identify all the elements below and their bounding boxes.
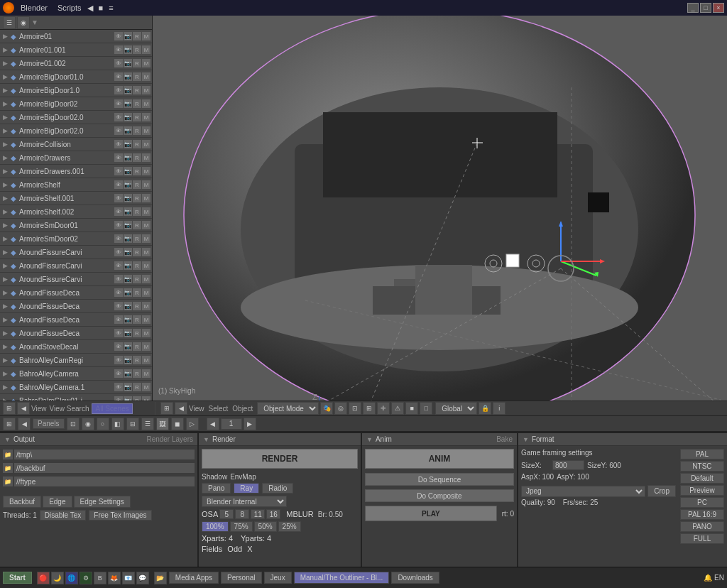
outliner-item[interactable]: ▶ ◆ BahroAlleyCamera.1 👁 📷 R M	[0, 381, 152, 394]
preview-btn[interactable]: Preview	[680, 485, 724, 496]
vp-icon3[interactable]: ⊡	[349, 402, 361, 415]
taskbar-icon5[interactable]: B	[94, 572, 106, 584]
mesh-icon[interactable]: M	[142, 45, 151, 54]
cam-icon[interactable]: 📷	[124, 356, 132, 364]
pano-btn[interactable]: Pano	[202, 483, 231, 494]
close-btn[interactable]: ×	[713, 3, 724, 13]
cam-icon[interactable]: 📷	[124, 207, 132, 216]
eye-icon[interactable]: 👁	[114, 45, 123, 54]
panels-icon6[interactable]: ☰	[141, 418, 154, 430]
cam-icon[interactable]: 📷	[124, 369, 132, 378]
mesh-icon[interactable]: M	[142, 99, 151, 108]
eye-icon[interactable]: 👁	[114, 356, 123, 364]
vp-lock-btn[interactable]: 🔒	[479, 402, 491, 415]
vp-warn-btn[interactable]: ⚠	[391, 402, 404, 415]
panels-anim-btn[interactable]: ▷	[186, 418, 199, 430]
cam-icon[interactable]: 📷	[124, 194, 132, 202]
panels-icon2[interactable]: ◉	[82, 418, 94, 430]
render-icon[interactable]: R	[133, 248, 141, 256]
mesh-icon[interactable]: M	[142, 261, 151, 270]
outliner-item[interactable]: ▶ ◆ ArmoireBigDoor01.0 👁 📷 R M	[0, 70, 152, 84]
mesh-icon[interactable]: M	[142, 113, 151, 121]
render-btn[interactable]: RENDER	[202, 449, 358, 469]
ntsc-btn[interactable]: NTSC	[680, 461, 724, 472]
outliner-item[interactable]: ▶ ◆ ArmoireDrawers 👁 📷 R M	[0, 151, 152, 165]
eye-icon[interactable]: 👁	[114, 113, 123, 121]
mesh-icon[interactable]: M	[142, 59, 151, 67]
vp-toggle-btn[interactable]: ◀	[175, 402, 187, 415]
sequence-btn[interactable]: Do Sequence	[365, 473, 514, 486]
outliner-item[interactable]: ▶ ◆ AroundStoveDecal 👁 📷 R M	[0, 340, 152, 354]
mesh-icon[interactable]: M	[142, 126, 151, 135]
eye-icon[interactable]: 👁	[114, 32, 123, 40]
pal-btn[interactable]: PAL	[680, 449, 724, 459]
cam-icon[interactable]: 📷	[124, 180, 132, 189]
osa-16[interactable]: 16	[266, 509, 280, 519]
vp-info-btn[interactable]: i	[493, 402, 505, 415]
cam-icon[interactable]: 📷	[124, 45, 132, 54]
cam-icon[interactable]: 📷	[124, 153, 132, 162]
mesh-icon[interactable]: M	[142, 72, 151, 81]
panels-icon3[interactable]: ○	[97, 418, 109, 430]
cam-icon[interactable]: 📷	[124, 288, 132, 297]
render-icon[interactable]: R	[133, 207, 141, 216]
cam-icon[interactable]: 📷	[124, 248, 132, 256]
render-icon[interactable]: R	[133, 153, 141, 162]
outliner-item[interactable]: ▶ ◆ BahroAlleyCamera 👁 📷 R M	[0, 367, 152, 381]
cam-icon[interactable]: 📷	[124, 234, 132, 243]
pano-btn[interactable]: PANO	[680, 521, 724, 532]
vp-sq2-btn[interactable]: □	[420, 402, 432, 415]
panels-icon1[interactable]: ⊡	[67, 418, 80, 430]
outliner-item[interactable]: ▶ ◆ ArmoireShelf.002 👁 📷 R M	[0, 205, 152, 219]
outliner-item[interactable]: ▶ ◆ Armoire01.002 👁 📷 R M	[0, 57, 152, 70]
view-search-label[interactable]: View Search	[50, 405, 89, 413]
cam-icon[interactable]: 📷	[124, 59, 132, 67]
eye-icon[interactable]: 👁	[114, 59, 123, 67]
outliner-grid-btn[interactable]: ⊞	[3, 402, 16, 415]
render-icon[interactable]: R	[133, 302, 141, 310]
mesh-icon[interactable]: M	[142, 140, 151, 148]
outliner-toggle-btn[interactable]: ◀	[17, 402, 30, 415]
eye-icon[interactable]: 👁	[114, 329, 123, 337]
eye-icon[interactable]: 👁	[114, 153, 123, 162]
mesh-icon[interactable]: M	[142, 153, 151, 162]
outliner-item[interactable]: ▶ ◆ ArmoireDrawers.001 👁 📷 R M	[0, 165, 152, 178]
backbuf-tab[interactable]: Backbuf	[3, 496, 41, 508]
outliner-item[interactable]: ▶ ◆ Armoire01 👁 📷 R M	[0, 30, 152, 43]
render-icon[interactable]: R	[133, 383, 141, 391]
jpeg-select[interactable]: Jpeg	[521, 486, 645, 497]
mesh-icon[interactable]: M	[142, 234, 151, 243]
render-icon[interactable]: R	[133, 45, 141, 54]
render-icon[interactable]: R	[133, 180, 141, 189]
render-layers-tab[interactable]: Render Layers	[146, 435, 193, 443]
eye-icon[interactable]: 👁	[114, 288, 123, 297]
render-icon[interactable]: R	[133, 86, 141, 94]
pc-btn[interactable]: PC	[680, 497, 724, 508]
maximize-btn[interactable]: □	[700, 3, 711, 13]
vp-grid-btn[interactable]: ⊞	[160, 402, 173, 415]
eye-icon[interactable]: 👁	[114, 99, 123, 108]
render-icon[interactable]: R	[133, 342, 141, 351]
render-icon[interactable]: R	[133, 32, 141, 40]
outliner-item[interactable]: ▶ ◆ Armoire01.001 👁 📷 R M	[0, 43, 152, 57]
start-btn[interactable]: Start	[3, 572, 32, 584]
play-btn[interactable]: PLAY	[365, 506, 497, 521]
frame-input[interactable]: 1	[221, 418, 242, 430]
render-icon[interactable]: R	[133, 194, 141, 202]
disable-tex-btn[interactable]: Disable Tex	[40, 510, 87, 521]
mesh-icon[interactable]: M	[142, 369, 151, 378]
viewport-3d[interactable]: Y Z (1) SkyHigh	[153, 16, 727, 401]
vp-icon4[interactable]: ⊞	[363, 402, 376, 415]
outliner-item[interactable]: ▶ ◆ BahroPalmGlow01-i 👁 📷 R M	[0, 394, 152, 401]
vp-cursor-btn[interactable]: ✛	[377, 402, 390, 415]
vp-select-btn[interactable]: Select	[209, 405, 229, 413]
eye-icon[interactable]: 👁	[114, 221, 123, 229]
cam-icon[interactable]: 📷	[124, 302, 132, 310]
sizex-input[interactable]	[552, 460, 584, 470]
render-icon[interactable]: R	[133, 261, 141, 270]
taskbar-folder-icon[interactable]: 📂	[154, 572, 167, 584]
outliner-item[interactable]: ▶ ◆ ArmoireBigDoor02.0 👁 📷 R M	[0, 124, 152, 138]
eye-icon[interactable]: 👁	[114, 167, 123, 175]
cam-icon[interactable]: 📷	[124, 329, 132, 337]
taskbar-personal[interactable]: Personal	[221, 572, 261, 584]
